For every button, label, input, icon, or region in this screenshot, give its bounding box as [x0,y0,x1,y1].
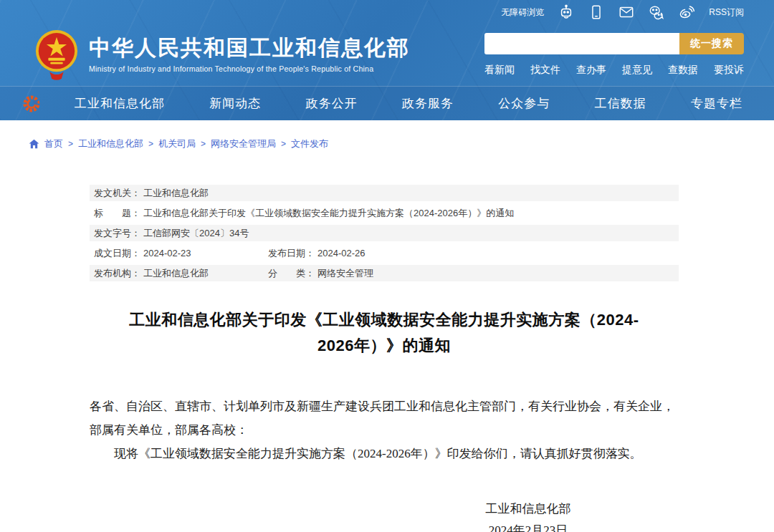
wechat-icon[interactable] [649,4,664,20]
meta-row-dates: 成文日期： 2024-02-23 发布日期： 2024-02-26 [90,245,679,261]
robot-icon[interactable] [558,4,574,20]
breadcrumb-home[interactable]: 首页 [44,137,63,150]
top-utility-bar: 无障碍浏览 [0,0,774,24]
signature-block: 工业和信息化部 2024年2月23日 [449,498,607,532]
nav-item-news[interactable]: 新闻动态 [209,95,261,112]
meta-value: 2024-02-26 [317,247,366,259]
header-main: 中华人民共和国工业和信息化部 Ministry of Industry and … [0,24,774,80]
nav-item-miit-data[interactable]: 工信数据 [595,95,646,112]
document-title: 工业和信息化部关于印发《工业领域数据安全能力提升实施方案（2024-2026年）… [125,307,643,359]
breadcrumb-document-release[interactable]: 文件发布 [291,137,328,150]
meta-value: 网络安全管理 [317,267,373,279]
signature-org: 工业和信息化部 [449,498,607,520]
breadcrumb-miit[interactable]: 工业和信息化部 [78,137,143,150]
site-header: 无障碍浏览 [0,0,774,120]
nav-item-gov-services[interactable]: 政务服务 [402,95,454,112]
miit-gear-logo-icon [22,94,42,114]
breadcrumb-separator: > [281,139,286,149]
body-paragraph-main: 现将《工业领域数据安全能力提升实施方案（2024-2026年）》印发给你们，请认… [90,442,679,465]
quick-link-services[interactable]: 查办事 [576,64,606,77]
search-block: 统一搜索 看新闻 找文件 查办事 提意见 查数据 要投诉 [484,33,744,77]
nav-items: 工业和信息化部 新闻动态 政务公开 政务服务 公众参与 工信数据 专题专栏 [75,95,742,112]
nav-item-public-participation[interactable]: 公众参与 [498,95,550,112]
meta-row-issuing-authority: 发文机关： 工业和信息化部 [90,185,679,201]
meta-label: 标 题： [94,207,140,219]
brand[interactable]: 中华人民共和国工业和信息化部 Ministry of Industry and … [34,29,410,80]
meta-label: 发布机构： [94,267,140,279]
body-paragraph-salutation: 各省、自治区、直辖市、计划单列市及新疆生产建设兵团工业和信息化主管部门，有关行业… [90,395,679,442]
quick-links: 看新闻 找文件 查办事 提意见 查数据 要投诉 [484,64,744,77]
page: 无障碍浏览 [0,0,774,532]
weibo-icon[interactable] [679,4,694,20]
document-meta-table: 发文机关： 工业和信息化部 标 题： 工业和信息化部关于印发《工业领域数据安全能… [90,185,679,281]
breadcrumb-separator: > [148,139,153,149]
mail-icon[interactable] [618,4,634,20]
signature-date: 2024年2月23日 [449,520,607,532]
meta-row-publisher-category: 发布机构： 工业和信息化部 分 类： 网络安全管理 [90,265,679,281]
quick-link-feedback[interactable]: 提意见 [622,64,652,77]
breadcrumb-cybersecurity-bureau[interactable]: 网络安全管理局 [211,137,276,150]
meta-value: 工业和信息化部 [143,267,209,279]
document-body: 各省、自治区、直辖市、计划单列市及新疆生产建设兵团工业和信息化主管部门，有关行业… [90,395,679,465]
national-emblem-icon [34,29,79,80]
meta-value: 工业和信息化部关于印发《工业领域数据安全能力提升实施方案（2024-2026年）… [143,207,514,219]
main-nav: 工业和信息化部 新闻动态 政务公开 政务服务 公众参与 工信数据 专题专栏 [0,86,774,120]
meta-value: 工信部网安〔2024〕34号 [143,227,249,239]
meta-label: 分 类： [268,267,315,279]
quick-link-data[interactable]: 查数据 [668,64,698,77]
home-icon [29,139,39,149]
site-subtitle: Ministry of Industry and Information Tec… [89,64,410,73]
meta-row-title: 标 题： 工业和信息化部关于印发《工业领域数据安全能力提升实施方案（2024-2… [90,205,679,221]
accessibility-link[interactable]: 无障碍浏览 [501,6,544,19]
document-container: 发文机关： 工业和信息化部 标 题： 工业和信息化部关于印发《工业领域数据安全能… [90,185,679,532]
breadcrumb-separator: > [201,139,206,149]
nav-item-gov-disclosure[interactable]: 政务公开 [306,95,358,112]
breadcrumb-departments[interactable]: 机关司局 [158,137,196,150]
meta-label: 成文日期： [94,247,140,259]
meta-row-document-number: 发文字号： 工信部网安〔2024〕34号 [90,225,679,241]
rss-link[interactable]: RSS订阅 [709,6,744,19]
nav-item-miit[interactable]: 工业和信息化部 [75,95,165,112]
unified-search-button[interactable]: 统一搜索 [679,33,744,54]
mobile-icon[interactable] [588,4,604,20]
meta-label: 发文机关： [94,187,140,199]
breadcrumb-separator: > [68,139,73,149]
quick-link-files[interactable]: 找文件 [530,64,560,77]
brand-text: 中华人民共和国工业和信息化部 Ministry of Industry and … [89,36,410,74]
site-title: 中华人民共和国工业和信息化部 [89,36,410,61]
meta-value: 2024-02-23 [143,247,191,259]
meta-label: 发布日期： [268,247,315,259]
meta-label: 发文字号： [94,227,140,239]
meta-value: 工业和信息化部 [143,187,209,199]
search-input[interactable] [484,33,679,54]
nav-item-special-topics[interactable]: 专题专栏 [691,95,742,112]
quick-link-news[interactable]: 看新闻 [484,64,515,77]
quick-link-complaint[interactable]: 要投诉 [714,64,744,77]
breadcrumb: 首页 > 工业和信息化部 > 机关司局 > 网络安全管理局 > 文件发布 [0,120,774,150]
